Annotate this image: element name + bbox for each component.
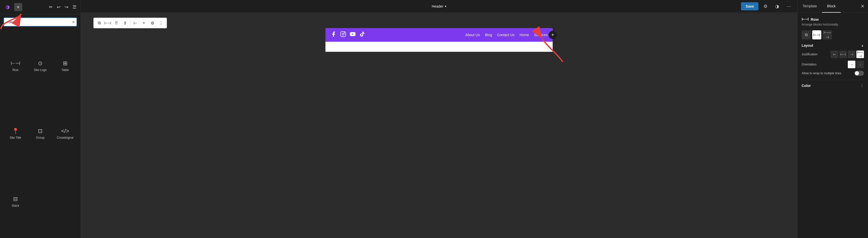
block-item-group[interactable]: ⊡ Group [28, 100, 52, 167]
header-title-text: Header [432, 4, 443, 8]
tab-template[interactable]: Template [798, 0, 822, 12]
layout-orientation-row: Orientation → ↓ [802, 61, 864, 68]
contrast-icon-button[interactable]: ◑ [773, 2, 782, 11]
wrap-row: Allow to wrap to multiple lines [802, 71, 864, 76]
align-options: ⧉ ⊢⊣ ⊢—⊣ [802, 30, 864, 39]
wrap-label: Allow to wrap to multiple lines [802, 71, 841, 75]
facebook-icon [331, 31, 337, 39]
block-item-row[interactable]: ⊢⊣ Row [3, 33, 27, 99]
svg-point-2 [342, 33, 344, 35]
block-label-crowdsignal: Crowdsignal [57, 136, 73, 140]
header-title-area: Header ▾ [432, 4, 446, 8]
nav-link-home[interactable]: Home [520, 33, 529, 37]
row-block-icon: ⊢⊣ [802, 17, 809, 22]
search-area: ✕ [0, 14, 81, 30]
brush-icon-button[interactable]: ✏ [48, 3, 54, 11]
block-item-crowdsignal[interactable]: </> Crowdsignal [53, 100, 77, 167]
logo-button[interactable]: ◑ [3, 2, 12, 11]
redo-button[interactable]: ↪ [64, 3, 69, 11]
left-panel: ◑ ✕ ✏ ↩ ↪ ☰ ✕ [0, 0, 81, 238]
block-item-stack[interactable]: ⊟ Stack [3, 168, 27, 235]
block-label-site-logo: Site Logo [34, 68, 47, 72]
align-full-button[interactable]: ⊢—⊣ [823, 30, 832, 39]
canvas-area: ⧉ ⊢⊣ ⠿ ⇕ ⊢ + ⚙ ⋮ [81, 12, 797, 238]
nav-link-services[interactable]: Services [534, 33, 548, 37]
layout-title: Layout [802, 43, 813, 48]
justification-label: Justification [802, 53, 817, 56]
toolbar-separator [130, 20, 130, 26]
copy-block-button[interactable]: ⧉ [95, 19, 103, 27]
move-button[interactable]: ⇕ [121, 19, 129, 27]
right-panel-close-button[interactable]: ✕ [857, 0, 868, 12]
align-copy-button[interactable]: ⧉ [802, 30, 811, 39]
tab-block[interactable]: Block [822, 0, 841, 12]
site-logo-icon: ⊙ [38, 60, 42, 67]
add-block-button[interactable]: + [549, 31, 557, 39]
toolbar-icons: ✏ ↩ ↪ ☰ [48, 3, 78, 11]
color-title: Color [802, 84, 811, 88]
settings-icon-button[interactable]: ⚙ [761, 2, 770, 11]
layout-section: Layout ▲ Justification ⊢ ⊢⊣ ⊣ ⊢—⊣ Orient… [802, 43, 864, 76]
block-desc: Arrange blocks horizontally. [802, 23, 864, 26]
layout-chevron-icon: ▲ [861, 44, 864, 47]
right-panel-header: Template Block ✕ [798, 0, 868, 13]
block-item-table[interactable]: ⊞ Table [53, 33, 77, 99]
top-bar: Header ▾ Save ⚙ ◑ ⋯ [81, 0, 797, 12]
block-item-site-title[interactable]: 📍 Site Title [3, 100, 27, 167]
justify-right-button[interactable]: ⊣ [848, 51, 856, 58]
align-left-button[interactable]: ⊢ [131, 19, 140, 27]
align-center-button[interactable]: ⊢⊣ [812, 30, 821, 39]
tiktok-icon [359, 31, 365, 39]
block-item-site-logo[interactable]: ⊙ Site Logo [28, 33, 52, 99]
nav-link-blog[interactable]: Blog [485, 33, 492, 37]
blocks-grid: ⊢⊣ Row ⊙ Site Logo ⊞ Table 📍 Site Title … [0, 30, 81, 238]
logo-icon: ◑ [5, 4, 9, 10]
toggle-knob [855, 71, 859, 75]
nav-link-about[interactable]: About Us [465, 33, 480, 37]
youtube-icon [350, 31, 356, 39]
save-button[interactable]: Save [741, 2, 758, 10]
crowdsignal-icon: </> [61, 128, 69, 135]
svg-point-3 [344, 33, 345, 33]
main-area: Header ▾ Save ⚙ ◑ ⋯ ⧉ ⊢⊣ ⠿ ⇕ ⊢ + ⚙ ⋮ [81, 0, 797, 238]
block-toolbar: ⧉ ⊢⊣ ⠿ ⇕ ⊢ + ⚙ ⋮ [93, 18, 167, 28]
svg-rect-1 [341, 32, 346, 37]
justify-full-button[interactable]: ⊢—⊣ [857, 51, 864, 58]
right-panel-body: ⊢⊣ Row Arrange blocks horizontally. ⧉ ⊢⊣… [798, 13, 868, 92]
block-label-site-title: Site Title [9, 136, 21, 140]
layout-header: Layout ▲ [802, 43, 864, 48]
block-label-row: Row [12, 68, 19, 72]
orientation-label: Orientation [802, 63, 816, 66]
block-title-text: Row [811, 17, 819, 22]
block-more-button[interactable]: ⋮ [157, 19, 165, 27]
undo-button[interactable]: ↩ [56, 3, 62, 11]
list-view-button[interactable]: ☰ [71, 3, 78, 11]
block-label-stack: Stack [11, 204, 19, 207]
drag-handle-button[interactable]: ⠿ [112, 19, 120, 27]
orientation-buttons: → ↓ [848, 61, 864, 68]
social-icons [331, 31, 365, 39]
justify-center-button[interactable]: ⊢⊣ [839, 51, 847, 58]
add-block-inline-button[interactable]: + [140, 19, 148, 27]
right-panel: Template Block ✕ ⊢⊣ Row Arrange blocks h… [797, 0, 868, 238]
instagram-icon [340, 31, 346, 39]
color-section: Color ⋮ [802, 80, 864, 88]
header-bottom-bar [326, 42, 553, 52]
nav-link-contact[interactable]: Contact Us [497, 33, 515, 37]
site-title-icon: 📍 [12, 128, 19, 135]
table-icon: ⊞ [63, 60, 67, 67]
center-align-button[interactable]: ⊢⊣ [104, 19, 112, 27]
wrap-toggle[interactable] [855, 71, 864, 76]
group-icon: ⊡ [38, 128, 42, 135]
color-menu-button[interactable]: ⋮ [860, 83, 864, 88]
block-label-group: Group [36, 136, 44, 140]
block-settings-button[interactable]: ⚙ [149, 19, 157, 27]
justify-left-button[interactable]: ⊢ [831, 51, 838, 58]
search-clear-button[interactable]: ✕ [72, 20, 75, 24]
close-inserter-button[interactable]: ✕ [14, 3, 22, 11]
header-preview: About Us Blog Contact Us Home Services + [326, 28, 553, 52]
stack-icon: ⊟ [13, 196, 18, 202]
more-icon-button[interactable]: ⋯ [784, 2, 793, 11]
orientation-vertical-button[interactable]: ↓ [857, 61, 864, 68]
orientation-horizontal-button[interactable]: → [848, 61, 856, 68]
